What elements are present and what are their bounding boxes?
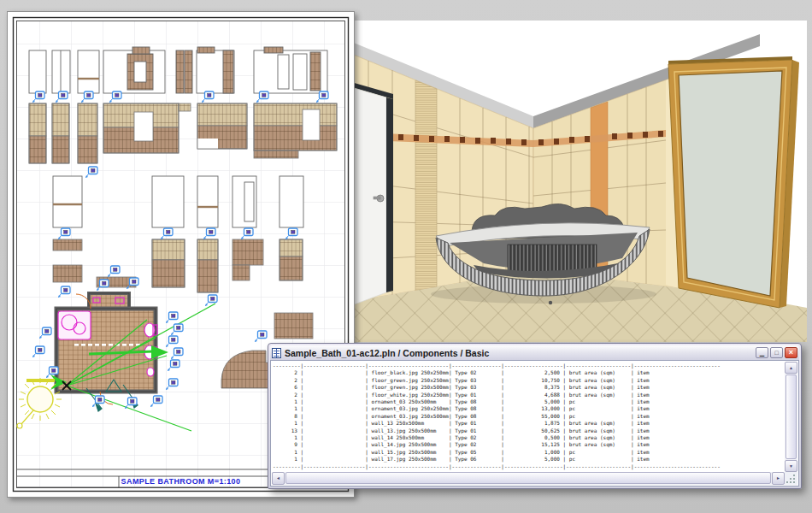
scroll-right-button[interactable]: ► (772, 472, 785, 485)
components-window[interactable]: Sample_Bath_01-ac12.pln / Components / B… (268, 343, 802, 489)
scroll-down-button[interactable]: ▼ (785, 460, 797, 472)
close-button[interactable]: × (785, 347, 797, 358)
maximize-button[interactable]: □ (770, 347, 783, 358)
table-document-icon (272, 348, 281, 358)
window-title: Sample_Bath_01-ac12.pln / Components / B… (285, 348, 752, 358)
vertical-scroll-thumb[interactable] (786, 374, 797, 459)
3d-scene (345, 21, 807, 342)
horizontal-scrollbar[interactable]: ◄ ► (272, 472, 785, 485)
components-window-titlebar[interactable]: Sample_Bath_01-ac12.pln / Components / B… (270, 345, 799, 360)
resize-grip[interactable] (785, 472, 797, 485)
vertical-scrollbar[interactable]: ▲ ▼ (785, 362, 797, 472)
ornament-tile-strip (415, 80, 437, 291)
3d-view[interactable] (345, 21, 807, 342)
glass-panel (679, 71, 782, 296)
gold-glass-door[interactable] (668, 56, 799, 308)
horizontal-scroll-thumb[interactable] (285, 472, 771, 484)
desktop: SAMPLE BATHROOM M=1:100 Sample_Bath_01-a… (0, 0, 812, 513)
scroll-up-button[interactable]: ▲ (785, 362, 797, 374)
floor-drain-icon (549, 301, 552, 304)
minimize-button[interactable]: ▁ (756, 347, 768, 358)
components-list-client: ---------|--------------------|---------… (270, 360, 799, 486)
components-table[interactable]: ---------|--------------------|---------… (273, 363, 784, 471)
scroll-left-button[interactable]: ◄ (272, 472, 285, 485)
